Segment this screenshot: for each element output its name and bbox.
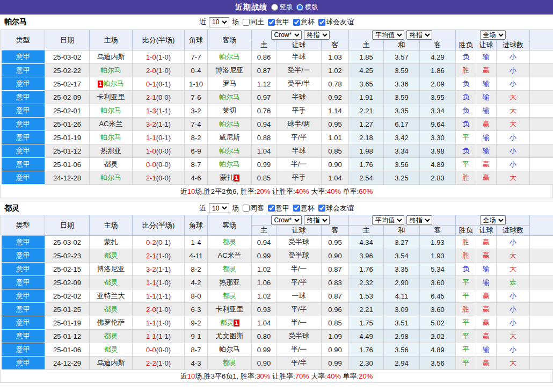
scope-select[interactable]: 全场 (480, 215, 506, 225)
red-card-badge: 1 (98, 81, 103, 88)
handicap-cell: 平手 (276, 171, 322, 185)
avg-home-cell: 3.96 (349, 249, 384, 263)
team-name: 都灵 (223, 265, 237, 273)
team-name: AC米兰 (99, 120, 122, 128)
handicap-cell: 半球 (276, 50, 322, 64)
horizontal-radio[interactable] (296, 4, 303, 11)
team-name: 乌迪内斯 (97, 53, 125, 61)
avg-stage-select[interactable]: 终指 (406, 30, 432, 40)
vertical-layout-option[interactable]: 竖版 (271, 3, 293, 12)
odds-home-cell: 0.85 (252, 171, 276, 185)
league-cup-checkbox[interactable] (293, 19, 300, 26)
col-score: 比分(半场) (133, 30, 185, 50)
half-score: (1-1) (156, 107, 171, 115)
col-avg-home: 主 (349, 40, 384, 50)
odds-provider-select[interactable]: Crow* (271, 215, 302, 225)
home-team-cell: 1帕尔马 (90, 77, 133, 91)
odds-away-cell: 0.87 (322, 263, 349, 276)
match-count-select[interactable]: 10 (209, 17, 229, 27)
league-friendly-checkbox[interactable] (318, 205, 325, 212)
result-cell: 负 (456, 77, 476, 91)
avg-home-cell: 2.21 (349, 303, 384, 316)
date-cell: 24-12-29 (45, 357, 90, 370)
col-odds-away: 客 (322, 226, 349, 236)
empty-cell (530, 77, 553, 91)
avg-draw-cell: 3.56 (384, 158, 420, 171)
away-team-cell: 威尼斯 (208, 131, 252, 144)
avg-stage-select[interactable]: 终指 (406, 215, 432, 225)
league-serie-a-checkbox[interactable] (268, 205, 275, 212)
avg-draw-cell: 3.25 (384, 171, 420, 185)
home-team-cell: 帕尔马 (90, 171, 133, 185)
col-type: 类型 (1, 215, 45, 236)
matches-table: 类型 日期 主场 比分(半场) 角球 客场 Crow*终指 平均值终指 全场 主 (0, 215, 553, 370)
home-team-cell: 乌迪内斯 (90, 50, 133, 64)
col-corner: 角球 (185, 30, 208, 50)
summary-value: 10 (187, 372, 195, 380)
avg-type-select[interactable]: 平均值 (372, 30, 404, 40)
team-name: 都灵 (104, 305, 118, 313)
team-name: 热那亚 (100, 147, 121, 155)
odds-stage-select[interactable]: 终指 (304, 215, 330, 225)
match-row: 意甲25-01-26AC米兰3-2(1-1)7-4帕尔马0.94球半/两0.95… (1, 118, 553, 131)
avg-draw-cell: 3.54 (384, 249, 420, 263)
odds-stage-select[interactable]: 终指 (304, 30, 330, 40)
score-cell: 1-1(1-1) (133, 330, 185, 343)
goals-cell: 大 (497, 171, 530, 185)
same-venue-option[interactable]: 同客 (243, 204, 264, 213)
home-team-cell: 热那亚 (90, 144, 133, 158)
score-cell: 1-1(1-1) (133, 289, 185, 303)
avg-draw-cell: 3.36 (384, 77, 420, 91)
avg-away-cell: 1.86 (420, 64, 456, 77)
match-row: 意甲25-02-22帕尔马2-0(1-0)0-4博洛尼亚0.87受半/一1.02… (1, 64, 553, 77)
avg-type-select[interactable]: 平均值 (372, 215, 404, 225)
team-name: 卡利亚里 (216, 305, 244, 313)
score-cell: 1-0(1-0) (133, 50, 185, 64)
horizontal-layout-option[interactable]: 横版 (296, 3, 318, 12)
score-cell: 1-3(1-1) (133, 104, 185, 118)
match-row: 意甲25-01-12热那亚1-0(0-0)6-9帕尔马1.04半球0.851.9… (1, 144, 553, 158)
team-name: 蒙扎 (104, 238, 118, 246)
score-cell: 0-1(0-1) (133, 77, 185, 91)
score-cell: 2-1(0-0) (133, 91, 185, 104)
same-venue-checkbox[interactable] (243, 19, 250, 26)
league-cup-option[interactable]: 意杯 (293, 204, 315, 213)
league-friendly-option[interactable]: 球会友谊 (318, 204, 354, 213)
avg-away-cell: 5.02 (420, 316, 456, 330)
handicap-result-cell: 赢 (476, 357, 497, 370)
odds-away-cell: 1.04 (322, 171, 349, 185)
home-team-cell: 佛罗伦萨 (90, 316, 133, 330)
vertical-radio[interactable] (271, 4, 278, 11)
avg-home-cell: 1.98 (349, 144, 384, 158)
league-serie-a-option[interactable]: 意甲 (268, 17, 289, 27)
col-handicap-result: 让球 (476, 226, 497, 236)
odds-away-cell: 0.90 (322, 343, 349, 357)
goals-cell: 大 (497, 118, 530, 131)
match-count-select[interactable]: 10 (209, 203, 229, 213)
odds-provider-select[interactable]: Crow* (271, 30, 302, 40)
league-cup-checkbox[interactable] (293, 205, 300, 212)
avg-away-cell: 3.60 (420, 276, 456, 289)
scope-select[interactable]: 全场 (480, 30, 506, 40)
odds-away-cell: 1.03 (322, 50, 349, 64)
league-cell: 意甲 (1, 343, 45, 357)
avg-away-cell: 1.93 (420, 236, 456, 249)
league-friendly-checkbox[interactable] (318, 19, 325, 26)
empty-cell (530, 289, 553, 303)
league-friendly-option[interactable]: 球会友谊 (318, 17, 354, 27)
league-serie-a-option[interactable]: 意甲 (268, 204, 289, 213)
same-venue-option[interactable]: 同主 (243, 17, 264, 27)
league-cell: 意甲 (1, 131, 45, 144)
col-corner: 角球 (185, 215, 208, 236)
match-row: 意甲25-02-01帕尔马1-3(1-1)3-2莱切0.76平手1.142.21… (1, 104, 553, 118)
league-cup-option[interactable]: 意杯 (293, 17, 315, 27)
away-team-cell: 都灵 (208, 236, 252, 249)
league-serie-a-checkbox[interactable] (268, 19, 275, 26)
date-cell: 25-01-12 (45, 144, 90, 158)
result-cell: 平 (456, 316, 476, 330)
same-venue-checkbox[interactable] (243, 205, 250, 212)
full-score: 2-1 (146, 174, 156, 182)
odds-home-cell: 0.87 (252, 64, 276, 77)
full-score: 1-1 (146, 319, 156, 327)
avg-home-cell: 4.34 (349, 236, 384, 249)
